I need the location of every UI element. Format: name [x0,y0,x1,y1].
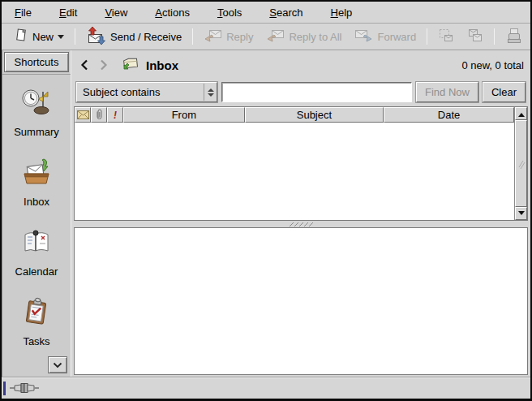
find-now-button-label: Find Now [425,86,470,98]
forward-arrow-icon [100,59,108,71]
sidebar-item-calendar[interactable]: Calendar [15,227,58,278]
summary-clock-icon [21,88,52,119]
search-filter-dropdown[interactable]: Subject contains [76,82,217,102]
folder-header: Inbox 0 new, 0 total [71,50,530,80]
column-header-subject[interactable]: Subject [245,107,384,123]
column-header-date-label: Date [438,109,460,121]
sidebar-item-calendar-label: Calendar [15,265,58,278]
column-header-row: ! From Subject Date [75,107,514,123]
menu-search-label-tail: earch [277,6,303,19]
tasks-clipboard-icon [21,297,52,329]
menu-help-label: H [331,6,338,19]
sidebar-item-inbox-label: Inbox [24,196,49,208]
sidebar-item-inbox[interactable]: Inbox [21,157,52,208]
preview-pane[interactable] [74,227,528,375]
menu-file[interactable]: File [13,5,33,20]
reply-to-all-button-label: Reply to All [289,31,341,43]
search-filter-value: Subject contains [83,86,160,98]
send-receive-button[interactable]: Send / Receive [82,24,186,50]
forward-button[interactable]: Forward [350,24,420,50]
combo-arrows-icon [204,84,217,101]
search-bar: Subject contains Find Now Clear [71,80,530,105]
evolution-window: File Edit View Actions Tools Search Help… [0,0,532,401]
send-receive-button-label: Send / Receive [110,31,182,43]
toolbar-separator [192,28,193,45]
status-bar [2,377,530,399]
copy-to-folder-icon [467,28,483,45]
send-receive-icon [86,27,106,47]
reply-to-all-button[interactable]: Reply to All [262,24,345,50]
column-header-status[interactable] [75,107,91,123]
calendar-book-icon [21,227,52,259]
new-message-icon [14,28,28,45]
forward-button-nav[interactable] [97,58,110,71]
forward-button-label: Forward [377,31,416,43]
folder-message-count: 0 new, 0 total [461,59,524,71]
status-progress-strip [3,382,6,395]
online-status-connector-icon[interactable] [10,382,41,394]
sidebar-item-summary[interactable]: Summary [14,88,59,138]
print-button[interactable] [501,24,527,50]
shortcut-list: Summary Inbox [2,74,71,377]
inbox-folder-icon [122,56,139,74]
menu-tools[interactable]: Tools [216,5,243,20]
scroll-down-button[interactable] [515,207,527,220]
menu-actions[interactable]: Actions [153,5,191,20]
priority-icon: ! [114,110,117,121]
shortcuts-header-button[interactable]: Shortcuts [4,52,69,72]
clear-button[interactable]: Clear [483,82,526,102]
shortcuts-scroll-down-button[interactable] [48,356,67,373]
toolbar-separator [75,28,75,45]
pane-splitter[interactable] [71,221,530,227]
chevron-down-icon [58,35,64,42]
move-to-folder-button[interactable] [434,24,458,49]
clear-button-label: Clear [491,86,517,98]
column-header-date[interactable]: Date [384,107,514,123]
reply-button[interactable]: Reply [200,24,257,50]
menu-actions-label: A [155,6,162,19]
sidebar-item-tasks[interactable]: Tasks [21,297,52,347]
new-button-label: New [32,31,54,43]
reply-icon [204,28,222,46]
menu-edit-label: E [59,6,66,19]
chevron-down-icon [53,362,62,369]
search-input[interactable] [221,82,412,102]
menu-edit-label-tail: dit [66,6,78,19]
menu-actions-label-tail: ctions [162,6,190,19]
new-button[interactable]: New [10,24,68,49]
reply-button-label: Reply [226,31,253,43]
column-header-from[interactable]: From [123,107,245,123]
envelope-icon [77,110,89,119]
toolbar-separator [427,28,427,45]
inbox-tray-icon [21,157,52,189]
menu-tools-label-tail: ools [222,6,242,19]
menu-file-label-tail: ile [21,6,32,19]
message-rows-empty[interactable] [75,123,514,220]
arrow-up-icon [518,110,525,117]
paperclip-icon [96,109,103,121]
message-list: ! From Subject Date [74,106,528,221]
column-header-attachment[interactable] [91,107,107,123]
back-button[interactable] [78,58,91,71]
splitter-grip-icon [287,222,315,227]
menu-view-label-tail: iew [112,6,128,19]
find-now-button[interactable]: Find Now [416,82,478,102]
menu-view-label: V [105,6,111,19]
column-header-priority[interactable]: ! [107,107,123,123]
menu-view[interactable]: View [103,5,129,20]
scroll-up-button[interactable] [515,107,527,120]
copy-to-folder-button[interactable] [463,24,487,49]
page-title: Inbox [146,58,178,72]
column-header-subject-label: Subject [297,109,332,121]
scrollbar-thumb[interactable] [515,120,527,207]
shortcuts-sidebar: Shortcuts [2,50,71,377]
menu-search[interactable]: Search [268,5,304,20]
vertical-scrollbar[interactable] [514,107,527,220]
shortcuts-header-label: Shortcuts [15,56,59,68]
content-area: Shortcuts [2,50,530,377]
menu-help[interactable]: Help [329,5,354,20]
menu-edit[interactable]: Edit [58,5,79,20]
forward-icon [354,28,373,46]
menu-search-label: S [269,6,277,19]
menu-bar: File Edit View Actions Tools Search Help [2,2,530,24]
